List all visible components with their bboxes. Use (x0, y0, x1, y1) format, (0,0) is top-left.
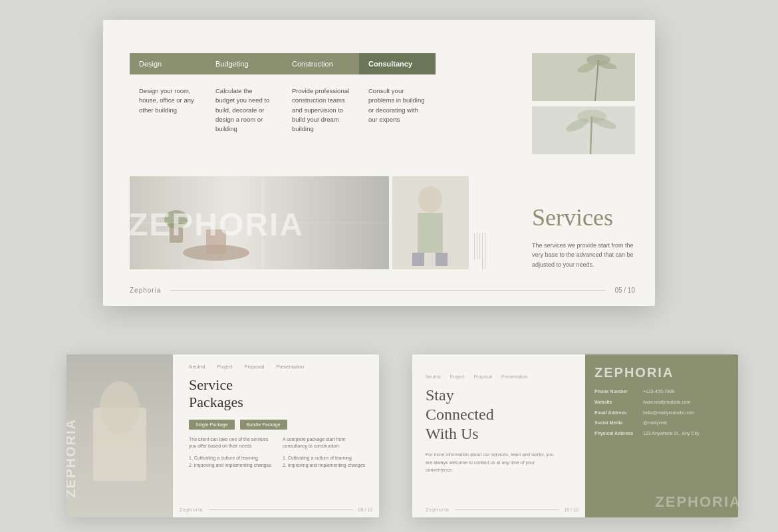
svg-rect-23 (412, 253, 424, 266)
single-pkg-list: Cultivating a culture of learning Improv… (189, 454, 276, 469)
address-label: Physical Address (594, 430, 638, 437)
address-value: 123 Anywhere St., Any City (643, 430, 699, 437)
social-value: @reallyreat (643, 420, 667, 426)
contact-nav-proposal: Proposal (473, 374, 492, 379)
contact-footer-brand: Zephoria (426, 507, 450, 512)
desc-budgeting: Calculate the budget you need to build, … (206, 86, 283, 134)
pkg-nav-project: Project (217, 364, 232, 370)
svg-point-21 (418, 186, 442, 213)
email-row: Email Address hello@reallyreatsite.com (594, 410, 729, 416)
contact-left-content: Neutral Project Proposal Presentation St… (426, 374, 559, 473)
bundle-list-item-1: Cultivating a culture of learning (283, 454, 370, 462)
single-pkg-desc: The client can take one of the services … (189, 436, 276, 450)
bundle-pkg-desc: A complete package start from consultanc… (283, 436, 370, 450)
table-body: Design your room, house, office or any o… (130, 74, 436, 134)
svg-rect-5 (532, 53, 635, 101)
bundle-package-box: Bundle Package (240, 420, 287, 430)
single-package-box: Single Package (189, 420, 235, 430)
svg-rect-24 (436, 253, 448, 266)
email-value: hello@reallyreatsite.com (643, 410, 694, 416)
right-images (532, 53, 635, 154)
svg-point-17 (164, 210, 188, 229)
plant-image-2 (532, 106, 635, 154)
packages-content: Neutral Project Proposal Presentation Se… (180, 354, 379, 517)
zephoria-side-text: ZEPHORIA (66, 418, 78, 497)
pkg-nav-proposal: Proposal (245, 364, 265, 370)
contact-footer-page: 10 / 10 (565, 507, 579, 512)
contact-footer: Zephoria 10 / 10 (426, 507, 579, 512)
pkg-footer-page: 09 / 10 (358, 507, 372, 512)
contact-info-box: ZEPHORIA Phone Number +123-456-7890 Webs… (585, 354, 738, 517)
package-type-boxes: Single Package Bundle Package (189, 420, 370, 430)
desc-construction: Provide professional construction teams … (283, 86, 359, 134)
services-text-section: Services The services we provide start f… (532, 205, 635, 269)
pkg-nav-neutral: Neutral (189, 364, 205, 370)
packages-lists: Cultivating a culture of learning Improv… (189, 454, 370, 469)
website-row: Website www.reallyreatsite.com (594, 399, 729, 406)
svg-rect-15 (206, 229, 226, 253)
plant-image-1 (532, 53, 635, 101)
footer-page: 05 / 10 (614, 287, 635, 294)
services-description: The services we provide start from the v… (532, 241, 635, 269)
list-item-2: Improving and implementing changes (189, 462, 276, 469)
packages-footer: Zephoria 09 / 10 (180, 507, 372, 512)
decorative-lines (474, 233, 485, 269)
packages-descriptions: The client can take one of the services … (189, 436, 370, 454)
desc-consultancy: Consult your problems in building or dec… (359, 86, 436, 134)
footer-brand: Zephoria (130, 287, 161, 294)
address-row: Physical Address 123 Anywhere St., Any C… (594, 430, 729, 437)
desc-design: Design your room, house, office or any o… (130, 86, 206, 134)
website-value: www.reallyreatsite.com (643, 399, 691, 406)
room-image (130, 176, 389, 269)
contact-nav-neutral: Neutral (426, 374, 441, 379)
table-header: Design Budgeting Construction Consultanc… (130, 53, 436, 74)
pkg-footer-brand: Zephoria (180, 507, 203, 512)
contact-slide: Neutral Project Proposal Presentation St… (412, 354, 738, 517)
contact-title: StayConnectedWith Us (426, 386, 559, 443)
contact-nav-presentation: Presentation (501, 374, 527, 379)
pkg-footer-line (209, 509, 353, 510)
social-row: Social Media @reallyreat (594, 420, 729, 426)
email-label: Email Address (594, 410, 638, 416)
packages-title: ServicePackages (189, 376, 370, 412)
website-label: Website (594, 399, 638, 406)
col-construction: Construction (283, 53, 359, 74)
svg-rect-22 (418, 213, 443, 253)
svg-rect-11 (532, 106, 635, 154)
fashion-image (392, 176, 469, 269)
contact-footer-line (455, 509, 559, 510)
packages-nav: Neutral Project Proposal Presentation (189, 364, 370, 370)
contact-box-content: ZEPHORIA Phone Number +123-456-7890 Webs… (585, 354, 738, 452)
contact-description: For more information about our services,… (426, 451, 559, 473)
bundle-pkg-list: Cultivating a culture of learning Improv… (283, 454, 370, 469)
svg-point-28 (100, 381, 140, 434)
social-label: Social Media (594, 420, 638, 426)
contact-brand-watermark: ZEPHORIA (594, 365, 729, 380)
col-consultancy: Consultancy (359, 53, 436, 74)
phone-label: Phone Number (594, 388, 638, 395)
services-title: Services (532, 205, 635, 231)
main-slide: Design Budgeting Construction Consultanc… (103, 20, 655, 306)
service-packages-slide: ZEPHORIA Neutral Project Proposal Presen… (66, 354, 379, 517)
bundle-list-item-2: Improving and implementing changes (283, 462, 370, 469)
services-table: Design Budgeting Construction Consultanc… (130, 53, 436, 134)
footer-line (170, 290, 605, 291)
slide-footer: Zephoria 05 / 10 (130, 287, 635, 294)
phone-value: +123-456-7890 (643, 388, 675, 395)
contact-nav: Neutral Project Proposal Presentation (426, 374, 559, 379)
phone-row: Phone Number +123-456-7890 (594, 388, 729, 395)
col-budgeting: Budgeting (206, 53, 283, 74)
packages-left-image: ZEPHORIA (66, 354, 173, 517)
col-design: Design (130, 53, 206, 74)
list-item-1: Cultivating a culture of learning (189, 454, 276, 462)
pkg-nav-presentation: Presentation (276, 364, 304, 370)
contact-box-zephoria-text: ZEPHORIA (655, 493, 738, 511)
contact-nav-project: Project (450, 374, 465, 379)
